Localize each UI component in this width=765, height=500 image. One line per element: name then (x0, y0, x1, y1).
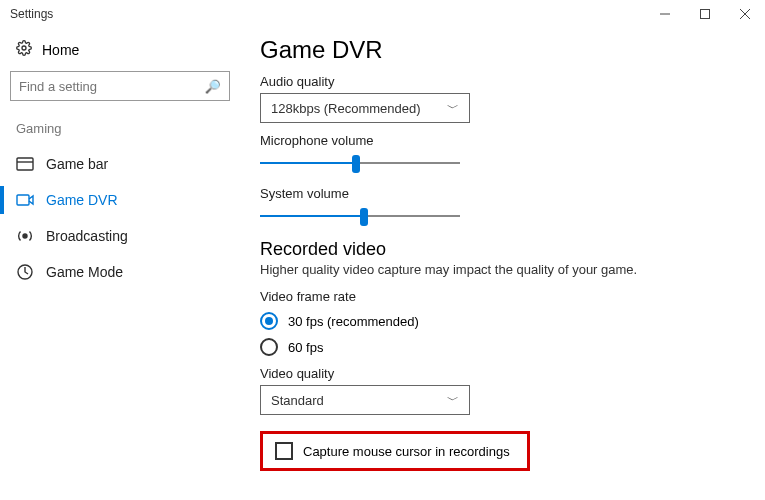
svg-point-4 (22, 46, 26, 50)
window-title: Settings (10, 7, 53, 21)
close-button[interactable] (725, 0, 765, 28)
frame-rate-label: Video frame rate (260, 289, 741, 304)
radio-label: 30 fps (recommended) (288, 314, 419, 329)
recorded-video-desc: Higher quality video capture may impact … (260, 262, 741, 277)
slider-thumb[interactable] (352, 155, 360, 173)
video-quality-value: Standard (271, 393, 324, 408)
close-icon (740, 9, 750, 19)
sidebar-item-label: Broadcasting (46, 228, 128, 244)
sidebar-item-game-bar[interactable]: Game bar (10, 146, 230, 182)
category-label: Gaming (10, 119, 230, 146)
audio-quality-label: Audio quality (260, 74, 741, 89)
slider-thumb[interactable] (360, 208, 368, 226)
maximize-button[interactable] (685, 0, 725, 28)
chevron-down-icon: ﹀ (447, 100, 459, 117)
broadcasting-icon (16, 227, 34, 245)
gamemode-icon (16, 263, 34, 281)
home-nav[interactable]: Home (10, 36, 230, 63)
mic-volume-slider[interactable] (260, 152, 460, 174)
page-title: Game DVR (260, 36, 741, 64)
gear-icon (16, 40, 32, 59)
sidebar-item-game-mode[interactable]: Game Mode (10, 254, 230, 290)
svg-point-8 (23, 234, 27, 238)
sidebar-item-broadcasting[interactable]: Broadcasting (10, 218, 230, 254)
radio-label: 60 fps (288, 340, 323, 355)
search-box[interactable]: 🔍 (10, 71, 230, 101)
radio-icon (260, 338, 278, 356)
capture-cursor-checkbox[interactable]: Capture mouse cursor in recordings (275, 442, 515, 460)
search-icon: 🔍 (205, 79, 221, 94)
svg-rect-5 (17, 158, 33, 170)
minimize-button[interactable] (645, 0, 685, 28)
mic-volume-label: Microphone volume (260, 133, 741, 148)
frame-rate-option-30[interactable]: 30 fps (recommended) (260, 312, 741, 330)
video-quality-label: Video quality (260, 366, 741, 381)
sys-volume-slider[interactable] (260, 205, 460, 227)
gamedvr-icon (16, 191, 34, 209)
sidebar-item-label: Game bar (46, 156, 108, 172)
sidebar-item-label: Game Mode (46, 264, 123, 280)
gamebar-icon (16, 155, 34, 173)
recorded-video-title: Recorded video (260, 239, 741, 260)
sidebar-item-game-dvr[interactable]: Game DVR (10, 182, 230, 218)
checkbox-label: Capture mouse cursor in recordings (303, 444, 510, 459)
minimize-icon (660, 9, 670, 19)
svg-rect-1 (701, 10, 710, 19)
frame-rate-option-60[interactable]: 60 fps (260, 338, 741, 356)
radio-icon (260, 312, 278, 330)
sys-volume-label: System volume (260, 186, 741, 201)
svg-rect-7 (17, 195, 29, 205)
home-label: Home (42, 42, 79, 58)
chevron-down-icon: ﹀ (447, 392, 459, 409)
checkbox-icon (275, 442, 293, 460)
audio-quality-value: 128kbps (Recommended) (271, 101, 421, 116)
sidebar-item-label: Game DVR (46, 192, 118, 208)
video-quality-select[interactable]: Standard ﹀ (260, 385, 470, 415)
highlight-annotation: Capture mouse cursor in recordings (260, 431, 530, 471)
search-input[interactable] (19, 79, 205, 94)
maximize-icon (700, 9, 710, 19)
audio-quality-select[interactable]: 128kbps (Recommended) ﹀ (260, 93, 470, 123)
